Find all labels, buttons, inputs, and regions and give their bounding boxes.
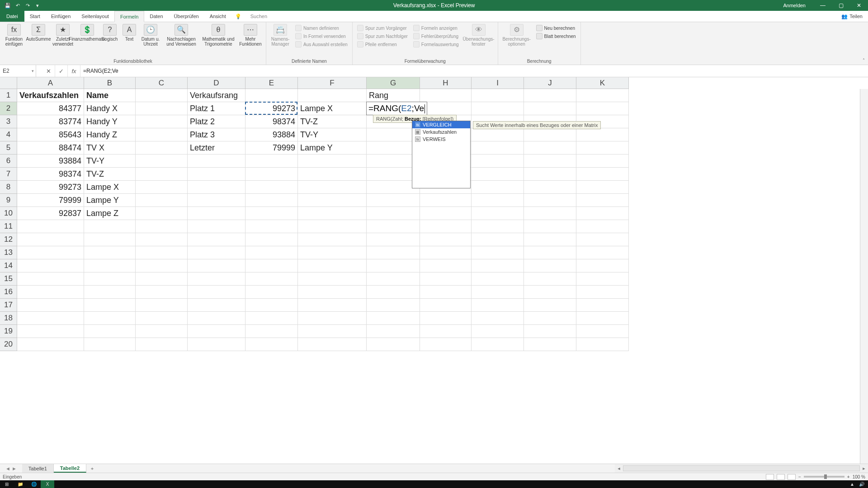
cell-H1[interactable] (420, 89, 472, 102)
cell-B16[interactable] (84, 286, 136, 299)
cell-G17[interactable] (367, 299, 420, 312)
cell-K2[interactable] (576, 102, 629, 115)
cell-J2[interactable] (524, 102, 576, 115)
zoom-level[interactable]: 100 % (853, 474, 865, 479)
cell-I12[interactable] (472, 233, 524, 246)
sheet-nav[interactable]: ◄ ► (0, 464, 22, 473)
cell-I6[interactable] (472, 155, 524, 168)
recently-used-button[interactable]: ★Zuletzt verwendet (52, 23, 74, 47)
cell-E1[interactable] (245, 89, 298, 102)
cell-A8[interactable]: 99273 (17, 181, 84, 194)
add-sheet-button[interactable]: + (86, 464, 98, 473)
col-header-K[interactable]: K (576, 77, 629, 89)
cell-J7[interactable] (524, 168, 576, 181)
cell-C1[interactable] (136, 89, 188, 102)
cell-H19[interactable] (420, 325, 472, 338)
cell-G10[interactable] (367, 207, 420, 220)
cell-D4[interactable]: Platz 3 (188, 128, 245, 141)
cell-I7[interactable] (472, 168, 524, 181)
col-header-G[interactable]: G (367, 77, 420, 89)
cell-B4[interactable]: Handy Z (84, 128, 136, 141)
close-button[interactable]: ✕ (850, 0, 868, 11)
row-header-12[interactable]: 12 (0, 233, 17, 246)
cell-F16[interactable] (298, 286, 367, 299)
cell-K12[interactable] (576, 233, 629, 246)
ac-item-vergleich[interactable]: fxVERGLEICH (412, 121, 470, 128)
cell-C2[interactable] (136, 102, 188, 115)
cell-E17[interactable] (245, 299, 298, 312)
row-header-11[interactable]: 11 (0, 220, 17, 233)
row-header-10[interactable]: 10 (0, 207, 17, 220)
cell-A13[interactable] (17, 246, 84, 259)
cell-A5[interactable]: 88474 (17, 141, 84, 155)
cell-I16[interactable] (472, 286, 524, 299)
cell-F1[interactable] (298, 89, 367, 102)
row-header-9[interactable]: 9 (0, 194, 17, 207)
row-header-3[interactable]: 3 (0, 115, 17, 128)
cell-K16[interactable] (576, 286, 629, 299)
cell-A1[interactable]: Verkaufszahlen (17, 89, 84, 102)
cell-I19[interactable] (472, 325, 524, 338)
cell-J6[interactable] (524, 155, 576, 168)
cell-A19[interactable] (17, 325, 84, 338)
cell-D17[interactable] (188, 299, 245, 312)
cell-B5[interactable]: TV X (84, 141, 136, 155)
cell-B14[interactable] (84, 259, 136, 272)
tell-me-icon[interactable]: 💡 (231, 11, 245, 22)
cell-E5[interactable]: 79999 (245, 141, 298, 155)
browser-icon[interactable]: 🌐 (27, 480, 41, 488)
excel-taskbar-icon[interactable]: X (41, 480, 54, 488)
cell-D18[interactable] (188, 312, 245, 325)
cell-C5[interactable] (136, 141, 188, 155)
cell-H10[interactable] (420, 207, 472, 220)
cell-H9[interactable] (420, 194, 472, 207)
cell-B7[interactable]: TV-Z (84, 168, 136, 181)
cell-E4[interactable]: 93884 (245, 128, 298, 141)
row-header-6[interactable]: 6 (0, 155, 17, 168)
cell-D1[interactable]: Verkaufsrang (188, 89, 245, 102)
system-tray[interactable]: ▲🔊 (850, 482, 868, 487)
tab-ueberpruefen[interactable]: Überprüfen (169, 11, 204, 22)
cell-J4[interactable] (524, 128, 576, 141)
cell-C3[interactable] (136, 115, 188, 128)
spreadsheet-grid[interactable]: ABCDEFGHIJK 1234567891011121314151617181… (0, 77, 868, 465)
sheet-tab-tabelle2[interactable]: Tabelle2 (54, 464, 86, 473)
row-header-19[interactable]: 19 (0, 325, 17, 338)
cell-F9[interactable] (298, 194, 367, 207)
cell-J13[interactable] (524, 246, 576, 259)
cell-A11[interactable] (17, 220, 84, 233)
row-header-20[interactable]: 20 (0, 338, 17, 351)
financial-button[interactable]: 💲Finanzmathematik (76, 23, 99, 42)
cell-G15[interactable] (367, 272, 420, 286)
cell-K18[interactable] (576, 312, 629, 325)
cell-J10[interactable] (524, 207, 576, 220)
confirm-formula-button[interactable]: ✓ (55, 65, 68, 77)
tab-start[interactable]: Start (24, 11, 46, 22)
cell-G12[interactable] (367, 233, 420, 246)
ac-item-verweis[interactable]: fxVERWEIS (412, 136, 470, 143)
cell-F13[interactable] (298, 246, 367, 259)
formula-autocomplete-dropdown[interactable]: fxVERGLEICH ▦Verkaufszahlen fxVERWEIS Su… (412, 121, 471, 188)
col-header-E[interactable]: E (245, 77, 298, 89)
name-box[interactable]: E2 (0, 65, 36, 77)
column-headers[interactable]: ABCDEFGHIJK (17, 77, 860, 89)
cell-H20[interactable] (420, 338, 472, 351)
qat-dropdown-icon[interactable]: ▾ (33, 1, 42, 9)
cell-H12[interactable] (420, 233, 472, 246)
cell-I8[interactable] (472, 181, 524, 194)
cell-J5[interactable] (524, 141, 576, 155)
cell-F5[interactable]: Lampe Y (298, 141, 367, 155)
cell-D9[interactable] (188, 194, 245, 207)
insert-function-fx-button[interactable]: fx (68, 65, 80, 77)
cell-E20[interactable] (245, 338, 298, 351)
cell-E6[interactable] (245, 155, 298, 168)
col-header-D[interactable]: D (188, 77, 245, 89)
row-header-1[interactable]: 1 (0, 89, 17, 102)
cell-D10[interactable] (188, 207, 245, 220)
share-button[interactable]: 👥 Teilen (836, 11, 868, 22)
cell-I11[interactable] (472, 220, 524, 233)
cell-K1[interactable] (576, 89, 629, 102)
cell-I5[interactable] (472, 141, 524, 155)
row-header-15[interactable]: 15 (0, 272, 17, 286)
view-page-break-button[interactable] (788, 474, 796, 480)
